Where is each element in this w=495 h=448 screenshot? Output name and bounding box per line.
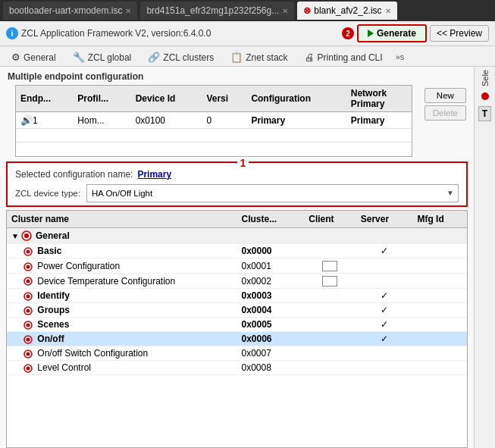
cluster-id-scenes: 0x0005 <box>237 317 305 331</box>
cluster-icon <box>23 306 33 315</box>
tab-blank-afv2[interactable]: ⊗ blank_afv2_2.isc ✕ <box>297 2 396 20</box>
generate-button[interactable]: Generate <box>357 24 427 42</box>
svg-point-1 <box>24 233 29 238</box>
info-icon: i <box>6 27 18 39</box>
more-tabs[interactable]: »s <box>391 49 409 64</box>
svg-point-7 <box>27 280 30 284</box>
error-icon: ⊗ <box>303 5 311 16</box>
col-device-id: Device Id <box>131 86 202 112</box>
tab-bootloader[interactable]: bootloader-uart-xmodem.isc ✕ <box>3 2 137 20</box>
cluster-row-identify[interactable]: Identify 0x0003 ✓ <box>7 288 467 302</box>
device-type-select[interactable]: HA On/Off Light <box>86 184 459 202</box>
col-cluster-id: Cluste... <box>237 211 305 228</box>
cluster-row-device-temp[interactable]: Device Temperature Configuration 0x0002 <box>7 274 467 289</box>
new-button[interactable]: New <box>425 88 466 103</box>
preview-label: << Preview <box>437 28 482 39</box>
tab-general-label: General <box>23 52 56 63</box>
nav-tabs: ⚙ General 🔧 ZCL global 🔗 ZCL clusters 📋 … <box>0 46 495 67</box>
cluster-icon <box>23 262 33 271</box>
cluster-name-onoff-switch: On/off Switch Configuration <box>7 346 237 360</box>
zcl-clusters-icon: 🔗 <box>148 52 160 63</box>
cluster-name-scenes: Scenes <box>7 317 237 331</box>
sele-label: Sele <box>481 70 490 86</box>
cluster-row-level[interactable]: Level Control 0x0008 <box>7 360 467 374</box>
col-server: Server <box>356 211 413 228</box>
t-label[interactable]: T <box>478 106 491 121</box>
badge-number: 1 <box>237 157 249 169</box>
server-onoff: ✓ <box>356 331 413 346</box>
info-left: i ZCL Application Framework V2, version:… <box>6 27 211 39</box>
table-row-empty-2 <box>16 143 412 156</box>
speaker-icon: 🔊 <box>20 114 33 126</box>
tab-zcl-clusters-label: ZCL clusters <box>163 52 214 63</box>
tab-label: bootloader-uart-xmodem.isc <box>9 5 122 16</box>
tab-general[interactable]: ⚙ General <box>3 48 64 66</box>
cluster-row-basic[interactable]: Basic 0x0000 ✓ <box>7 244 467 258</box>
right-dot <box>481 92 489 100</box>
group-header-general[interactable]: ▼ General <box>7 227 467 244</box>
tab-zcl-clusters[interactable]: 🔗 ZCL clusters <box>139 48 222 66</box>
cluster-table: Cluster name Cluste... Client Server Mfg… <box>7 211 467 375</box>
col-profile: Profil... <box>73 86 130 112</box>
close-icon[interactable]: ✕ <box>125 7 131 15</box>
close-icon[interactable]: ✕ <box>385 7 391 15</box>
cluster-row-onoff-switch[interactable]: On/off Switch Configuration 0x0007 <box>7 346 467 360</box>
client-power <box>304 258 356 274</box>
cluster-section: Cluster name Cluste... Client Server Mfg… <box>6 210 468 449</box>
client-level <box>304 360 356 374</box>
cluster-name-level: Level Control <box>7 360 237 374</box>
mfgid-identify <box>412 288 467 302</box>
cluster-id-level: 0x0008 <box>237 360 305 374</box>
cluster-table-container[interactable]: Cluster name Cluste... Client Server Mfg… <box>6 210 468 449</box>
server-power <box>356 258 413 274</box>
client-basic <box>304 244 356 258</box>
table-row[interactable]: 🔊1 Hom... 0x0100 0 Primary Primary <box>16 112 412 129</box>
mfgid-onoff-switch <box>412 346 467 360</box>
ep-buttons: New Delete <box>425 85 466 124</box>
cluster-row-scenes[interactable]: Scenes 0x0005 ✓ <box>7 317 467 331</box>
endpoint-table-container: Endp... Profil... Device Id Versi Config… <box>15 85 412 157</box>
client-identify <box>304 288 356 302</box>
svg-point-13 <box>27 323 30 327</box>
close-icon[interactable]: ✕ <box>282 7 288 15</box>
tab-label: blank_afv2_2.isc <box>314 5 381 16</box>
cluster-icon <box>23 335 33 344</box>
main-content: Multiple endpoint configuration Endp... … <box>0 67 495 448</box>
col-client: Client <box>304 211 356 228</box>
svg-point-3 <box>27 250 30 254</box>
mfgid-scenes <box>412 317 467 331</box>
delete-button[interactable]: Delete <box>425 105 466 121</box>
endpoint-row-wrapper: Endp... Profil... Device Id Versi Config… <box>0 85 474 157</box>
svg-point-19 <box>27 366 30 370</box>
mfgid-onoff <box>412 331 467 346</box>
info-bar: i ZCL Application Framework V2, version:… <box>0 21 495 46</box>
preview-button[interactable]: << Preview <box>430 25 489 42</box>
tab-brd4151a[interactable]: brd4151a_efr32mg1p232f256g... ✕ <box>140 2 294 20</box>
cluster-row-groups[interactable]: Groups 0x0004 ✓ <box>7 302 467 317</box>
tab-zcl-global[interactable]: 🔧 ZCL global <box>64 48 140 66</box>
cluster-name-onoff: On/off <box>7 331 237 346</box>
server-groups: ✓ <box>356 302 413 317</box>
cluster-id-basic: 0x0000 <box>237 244 305 258</box>
config-label-row: Selected configuration name: Primary <box>15 169 459 180</box>
cluster-icon <box>23 364 33 373</box>
general-icon: ⚙ <box>11 52 20 63</box>
tab-printing-label: Printing and CLI <box>318 52 383 63</box>
cluster-row-power[interactable]: Power Configuration 0x0001 <box>7 258 467 274</box>
printing-icon: 🖨 <box>305 52 315 63</box>
cluster-icon <box>23 349 33 359</box>
cell-version: 0 <box>202 112 246 129</box>
tab-znet-stack[interactable]: 📋 Znet stack <box>222 48 296 66</box>
cluster-name-basic: Basic <box>7 244 237 258</box>
server-onoff-switch <box>356 346 413 360</box>
server-basic: ✓ <box>356 244 413 258</box>
cluster-name-power: Power Configuration <box>7 258 237 274</box>
client-groups <box>304 302 356 317</box>
svg-point-17 <box>27 352 30 356</box>
col-cluster-name: Cluster name <box>7 211 237 228</box>
cluster-id-device-temp: 0x0002 <box>237 274 305 289</box>
tab-printing-cli[interactable]: 🖨 Printing and CLI <box>296 48 391 66</box>
cluster-row-onoff[interactable]: On/off 0x0006 ✓ <box>7 331 467 346</box>
expand-icon: ▼ <box>11 232 21 240</box>
zcl-global-icon: 🔧 <box>73 52 85 63</box>
